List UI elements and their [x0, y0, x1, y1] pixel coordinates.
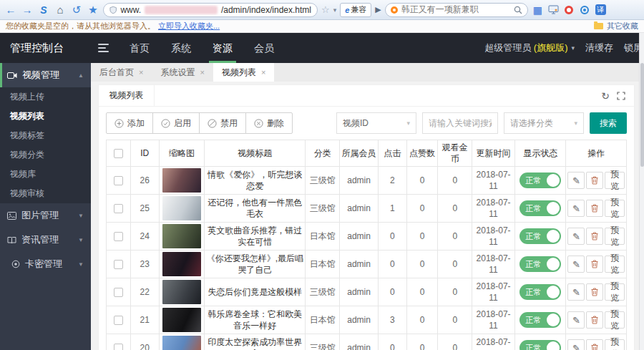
edit-button[interactable]: ✎	[567, 283, 585, 301]
trash-button[interactable]	[586, 283, 603, 301]
refresh-icon[interactable]: ↻	[601, 91, 610, 101]
favorites-icon[interactable]: ★	[87, 4, 99, 15]
search-button[interactable]: 搜索	[590, 112, 627, 134]
status-toggle[interactable]: 正常	[519, 256, 561, 272]
trash-button[interactable]	[586, 311, 603, 329]
row-checkbox[interactable]	[114, 344, 123, 350]
user-caret-icon[interactable]: ▾	[571, 44, 575, 52]
sidebar-item-video-library[interactable]: 视频库	[0, 165, 91, 184]
close-icon[interactable]: ×	[261, 68, 265, 77]
video-thumbnail[interactable]	[162, 224, 201, 248]
category-select[interactable]: 请选择分类 ▾	[504, 112, 584, 134]
select-all-checkbox[interactable]	[114, 149, 123, 158]
video-thumbnail[interactable]	[162, 336, 201, 350]
nav-home[interactable]: 首页	[119, 33, 160, 63]
clear-cache-button[interactable]: 清缓存	[585, 42, 613, 54]
search-icon[interactable]	[514, 6, 522, 14]
other-bookmarks-label[interactable]: 其它收藏	[607, 21, 638, 31]
browser-logo-icon[interactable]: S	[37, 5, 50, 15]
trash-button[interactable]	[586, 339, 603, 350]
status-toggle[interactable]: 正常	[519, 228, 561, 244]
preview-button[interactable]: 预览	[605, 172, 625, 189]
sidebar-item-video-tags[interactable]: 视频标签	[0, 126, 91, 145]
preview-button[interactable]: 预览	[605, 228, 625, 245]
compat-mode-button[interactable]: e 兼容	[340, 3, 371, 17]
preview-button[interactable]: 预览	[605, 283, 625, 301]
status-toggle[interactable]: 正常	[519, 200, 561, 216]
preview-button[interactable]: 预览	[605, 256, 625, 273]
edit-button[interactable]: ✎	[567, 228, 585, 245]
row-checkbox[interactable]	[114, 260, 123, 269]
address-dropdown-icon[interactable]: ▾	[333, 6, 337, 14]
preview-button[interactable]: 预览	[605, 311, 625, 329]
edit-button[interactable]: ✎	[567, 339, 585, 350]
undo-icon[interactable]: ↺	[70, 4, 83, 15]
import-bookmarks-link[interactable]: 立即导入收藏夹...	[158, 21, 220, 31]
panel-tab-video-list[interactable]: 视频列表	[99, 85, 155, 107]
tab-video-list[interactable]: 视频列表 ×	[213, 63, 274, 82]
row-checkbox[interactable]	[114, 232, 123, 241]
trash-button[interactable]	[586, 256, 603, 273]
video-thumbnail[interactable]	[162, 280, 201, 304]
video-thumbnail[interactable]	[162, 252, 201, 276]
disable-button[interactable]: 禁用	[199, 112, 246, 134]
preview-button[interactable]: 预览	[605, 200, 625, 217]
translate-icon[interactable]: 译	[595, 4, 607, 16]
nav-resource[interactable]: 资源	[202, 33, 243, 63]
trash-button[interactable]	[586, 228, 603, 245]
edit-button[interactable]: ✎	[567, 200, 585, 217]
add-button[interactable]: 添加	[106, 112, 153, 134]
sidebar-group-card[interactable]: 卡密管理 ▼	[0, 252, 91, 276]
sidebar-item-video-upload[interactable]: 视频上传	[0, 87, 91, 107]
scrollbar-thumb[interactable]	[640, 63, 644, 167]
status-toggle[interactable]: 正常	[519, 312, 561, 328]
close-icon[interactable]: ×	[200, 68, 204, 77]
trash-button[interactable]	[586, 172, 603, 189]
trash-button[interactable]	[586, 200, 603, 217]
browser-search-box[interactable]: 韩正又有一项新兼职	[385, 3, 528, 17]
status-toggle[interactable]: 正常	[519, 340, 561, 350]
nav-member[interactable]: 会员	[243, 33, 285, 63]
sidebar-item-video-list[interactable]: 视频列表	[0, 107, 91, 126]
status-toggle[interactable]: 正常	[519, 284, 561, 300]
menu-collapse-icon[interactable]	[98, 44, 109, 52]
nav-system[interactable]: 系统	[160, 33, 202, 63]
row-checkbox[interactable]	[114, 288, 123, 297]
tab-system-settings[interactable]: 系统设置 ×	[152, 63, 213, 82]
video-thumbnail[interactable]	[162, 168, 201, 193]
keyword-input[interactable]	[422, 112, 498, 134]
sidebar-group-image[interactable]: 图片管理 ▼	[0, 203, 91, 228]
home-icon[interactable]: ⌂	[54, 4, 67, 15]
sidebar-item-video-category[interactable]: 视频分类	[0, 145, 91, 165]
edit-button[interactable]: ✎	[567, 172, 585, 189]
address-bar[interactable]: www./admin/index/index.html	[103, 3, 318, 17]
edit-button[interactable]: ✎	[567, 256, 585, 273]
row-checkbox[interactable]	[114, 176, 123, 185]
sidebar-group-news[interactable]: 资讯管理 ▼	[0, 228, 91, 252]
edit-button[interactable]: ✎	[567, 311, 585, 329]
vertical-scrollbar[interactable]	[639, 33, 644, 350]
row-checkbox[interactable]	[114, 316, 123, 325]
preview-button[interactable]: 预览	[605, 339, 625, 350]
fullscreen-icon[interactable]	[617, 92, 625, 100]
tab-dashboard[interactable]: 后台首页 ×	[91, 63, 152, 82]
delete-button[interactable]: 删除	[245, 112, 293, 134]
close-icon[interactable]: ×	[139, 68, 143, 77]
screenshot-icon[interactable]	[547, 4, 560, 16]
status-toggle[interactable]: 正常	[519, 172, 561, 188]
video-thumbnail[interactable]	[162, 196, 201, 220]
forward-icon[interactable]: →	[21, 4, 34, 15]
row-checkbox[interactable]	[114, 204, 123, 213]
go-button[interactable]: ▶	[375, 5, 381, 14]
back-icon[interactable]: ←	[4, 4, 17, 15]
username-menu[interactable]: 超级管理员 (旗舰版)	[484, 42, 567, 54]
bookmark-star-icon[interactable]: ☆	[321, 4, 330, 15]
filter-field-select[interactable]: 视频ID ▾	[336, 112, 416, 134]
apps-grid-icon[interactable]: ▦	[532, 4, 544, 16]
privacy-extension-icon[interactable]	[579, 4, 591, 16]
enable-button[interactable]: 启用	[152, 112, 200, 134]
sidebar-group-video[interactable]: 视频管理 ▲	[0, 63, 91, 87]
donut-extension-icon[interactable]	[563, 4, 575, 16]
video-thumbnail[interactable]	[162, 308, 201, 332]
sidebar-item-video-review[interactable]: 视频审核	[0, 184, 91, 203]
